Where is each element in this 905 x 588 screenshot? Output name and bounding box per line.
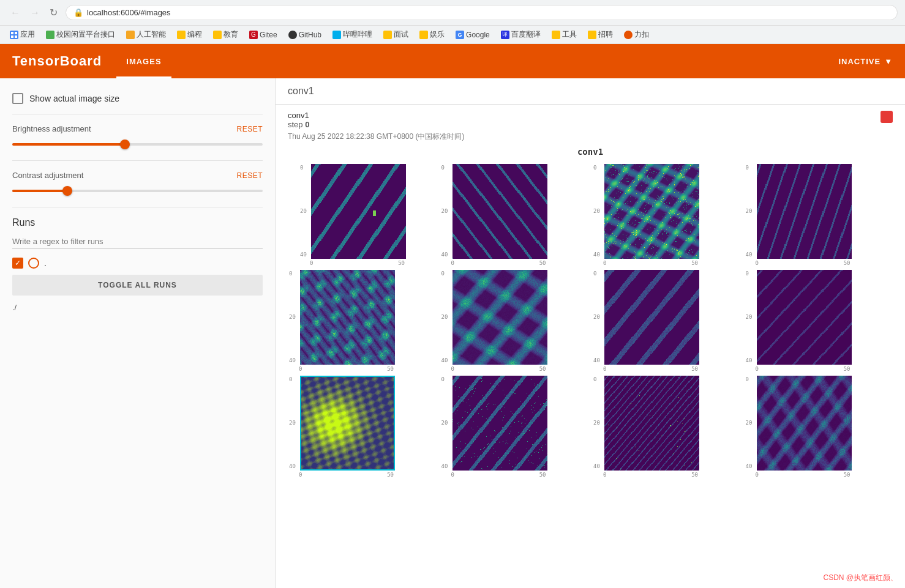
- grid-title: conv1: [288, 147, 893, 157]
- bm-mianshi[interactable]: 面试: [381, 28, 411, 41]
- tensorboard-logo: TensorBoard: [12, 53, 102, 69]
- inactive-label: INACTIVE: [838, 57, 881, 66]
- y-label-1-20: 20: [441, 209, 450, 214]
- run-checkbox[interactable]: ✓: [12, 258, 23, 269]
- bm-ai[interactable]: 人工智能: [124, 28, 168, 41]
- x-label-0b: 50: [398, 260, 405, 266]
- gitee-icon: G: [249, 31, 258, 39]
- heatmap-wrapper-0: 0 20 40 0 50: [288, 164, 437, 266]
- show-actual-size-row: Show actual image size: [12, 88, 263, 114]
- brightness-label: Brightness adjustment: [12, 124, 91, 133]
- nav-images-label: IMAGES: [126, 57, 161, 66]
- bm-tools-label: 工具: [562, 29, 577, 40]
- apps-icon: [10, 31, 18, 39]
- bm-code[interactable]: 编程: [175, 28, 205, 41]
- bm-jiaoyu-label: 校园闲置平台接口: [56, 29, 115, 40]
- contrast-thumb[interactable]: [62, 186, 72, 196]
- browser-bar: ← → ↻ 🔒 localhost:6006/#images: [0, 0, 905, 26]
- checkmark-icon: ✓: [15, 259, 21, 267]
- show-actual-size-checkbox[interactable]: [12, 93, 23, 104]
- bm-baidu[interactable]: 译 百度翻译: [498, 28, 543, 41]
- y-axis-0: 0 20 40: [299, 164, 310, 259]
- grid-cell-1: 0 20 40 0 50: [440, 164, 589, 266]
- image-card: conv1 step 0 Thu Aug 25 2022 18:22:38 GM…: [276, 105, 905, 490]
- brightness-slider[interactable]: [12, 138, 263, 151]
- y-label-40: 40: [300, 252, 309, 258]
- baidu-icon: 译: [501, 31, 509, 39]
- tensorboard-header: TensorBoard IMAGES INACTIVE ▼: [0, 44, 905, 78]
- grid-cell-7: 0 20 40 0 50: [745, 270, 893, 372]
- divider-1: [12, 160, 263, 161]
- url-text: localhost:6006/#images: [87, 8, 171, 17]
- bm-baidu-label: 百度翻译: [511, 29, 541, 40]
- bm-bili[interactable]: 哔哩哔哩: [330, 28, 375, 41]
- address-bar[interactable]: 🔒 localhost:6006/#images: [66, 5, 898, 20]
- grid-cell-11: 0 20 40 0 50: [745, 376, 893, 478]
- runs-section: Runs ✓ . TOGGLE ALL RUNS ./: [12, 217, 263, 312]
- grid-cell-10: 0 20 40 0 50: [592, 376, 741, 478]
- bm-gitee-label: Gitee: [260, 31, 277, 39]
- bm-lk[interactable]: 力扣: [621, 28, 652, 41]
- google-icon: G: [456, 31, 464, 39]
- bm-code-label: 编程: [187, 29, 202, 40]
- bm-github[interactable]: GitHub: [286, 29, 324, 40]
- github-icon: [288, 31, 297, 39]
- bm-tools[interactable]: 工具: [549, 28, 579, 41]
- tools-icon: [552, 31, 560, 39]
- grid-cell-8: 0 20 40 0 50: [288, 376, 437, 478]
- sidebar: Show actual image size Brightness adjust…: [0, 78, 276, 588]
- contrast-label: Contrast adjustment: [12, 171, 83, 180]
- y-label-1-0: 0: [441, 165, 450, 171]
- image-card-step: step 0: [288, 120, 464, 129]
- bm-jiaoyu[interactable]: 校园闲置平台接口: [43, 28, 118, 41]
- grid-cell-2: 0 20 40 0 50: [592, 164, 741, 266]
- brightness-track: [12, 143, 263, 146]
- x-axis-3: 0 50: [745, 259, 851, 266]
- bm-bili-label: 哔哩哔哩: [343, 29, 372, 40]
- brightness-fill: [12, 143, 125, 146]
- bm-yule-label: 娱乐: [430, 29, 445, 40]
- code-icon: [177, 31, 186, 39]
- contrast-fill: [12, 190, 67, 192]
- content-area: conv1 conv1 step 0 Thu Aug 25 2022 18:22…: [276, 78, 905, 588]
- bm-apps[interactable]: 应用: [7, 28, 37, 41]
- bm-gitee[interactable]: G Gitee: [247, 29, 280, 40]
- y-label-0: 0: [300, 165, 309, 171]
- bm-mianshi-label: 面试: [394, 29, 408, 40]
- grid-cell-3: 0 20 40 0 50: [745, 164, 893, 266]
- forward-btn[interactable]: →: [27, 6, 43, 20]
- bm-apps-label: 应用: [20, 29, 35, 40]
- mianshi-icon: [383, 31, 392, 39]
- yule-icon: [419, 31, 428, 39]
- reload-btn[interactable]: ↻: [47, 6, 61, 20]
- svg-rect-3: [15, 35, 17, 38]
- back-btn[interactable]: ←: [7, 6, 23, 20]
- bm-google[interactable]: G Google: [453, 29, 492, 40]
- image-card-title-block: conv1 step 0 Thu Aug 25 2022 18:22:38 GM…: [288, 111, 464, 142]
- nav-images[interactable]: IMAGES: [116, 44, 171, 78]
- image-card-timestamp: Thu Aug 25 2022 18:22:38 GMT+0800 (中国标准时…: [288, 132, 464, 142]
- runs-title: Runs: [12, 217, 263, 228]
- grid-cell-4: 0 20 40 0 50: [288, 270, 437, 372]
- brightness-thumb[interactable]: [120, 140, 130, 149]
- brightness-reset-btn[interactable]: RESET: [236, 125, 263, 133]
- person-icon: [126, 31, 135, 39]
- watermark: CSDN @执笔画红颜、: [823, 573, 898, 583]
- bm-yule[interactable]: 娱乐: [417, 28, 447, 41]
- svg-rect-1: [15, 32, 17, 34]
- run-path: ./: [12, 303, 263, 312]
- status-indicator[interactable]: INACTIVE ▼: [838, 57, 893, 66]
- bm-github-label: GitHub: [299, 31, 321, 39]
- bm-edu[interactable]: 教育: [211, 28, 241, 41]
- bm-lk-label: 力扣: [634, 29, 649, 40]
- bm-zhaopin[interactable]: 招聘: [585, 28, 615, 41]
- zhaopin-icon: [588, 31, 596, 39]
- run-radio[interactable]: [28, 258, 39, 269]
- runs-filter-input[interactable]: [12, 234, 263, 249]
- show-actual-size-label[interactable]: Show actual image size: [29, 94, 119, 103]
- contrast-section: Contrast adjustment RESET: [12, 171, 263, 197]
- pin-button[interactable]: [881, 111, 893, 123]
- contrast-reset-btn[interactable]: RESET: [236, 171, 263, 180]
- contrast-slider[interactable]: [12, 185, 263, 197]
- toggle-all-runs-btn[interactable]: TOGGLE ALL RUNS: [12, 275, 263, 296]
